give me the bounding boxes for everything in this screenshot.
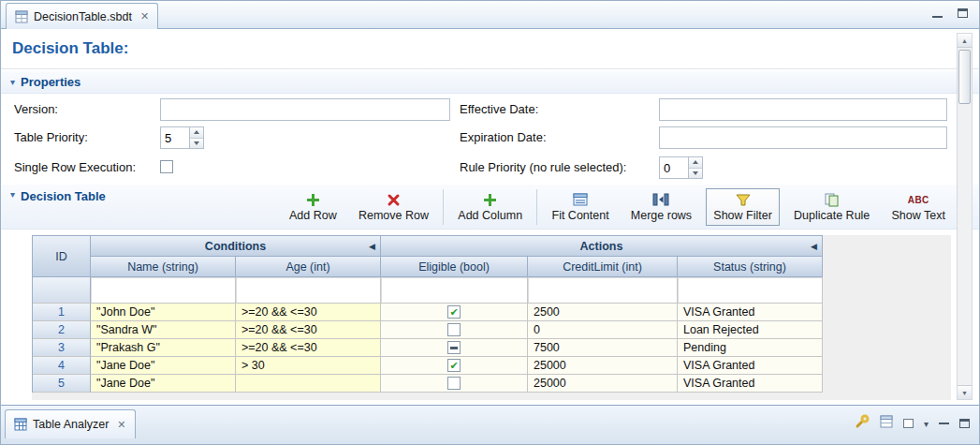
filter-name-input[interactable] xyxy=(91,277,236,304)
name-cell[interactable]: "Jane Doe" xyxy=(91,357,236,375)
eligible-checkbox[interactable] xyxy=(447,377,461,390)
filter-creditlimit-input[interactable] xyxy=(528,277,678,304)
table-row: 1 "John Doe" >=20 && <=30 2500 VISA Gran… xyxy=(33,304,823,321)
tab-table-analyzer[interactable]: Table Analyzer ✕ xyxy=(5,409,136,438)
conditions-group-header[interactable]: Conditions ◀ xyxy=(91,236,381,257)
effective-date-input[interactable] xyxy=(659,98,947,121)
row-id-cell[interactable]: 3 xyxy=(33,339,91,357)
creditlimit-cell[interactable]: 25000 xyxy=(528,375,678,393)
table-row: 4 "Jane Doe" > 30 25000 VISA Granted xyxy=(33,357,823,375)
status-cell[interactable]: Pending xyxy=(678,339,823,357)
column-header-age[interactable]: Age (int) xyxy=(236,257,381,277)
spin-up-button[interactable] xyxy=(190,127,203,138)
filter-row xyxy=(33,277,823,304)
creditlimit-cell[interactable]: 7500 xyxy=(528,339,678,357)
filter-status-input[interactable] xyxy=(678,277,823,304)
duplicate-rule-button[interactable]: Duplicate Rule xyxy=(786,188,877,226)
eligible-checkbox[interactable] xyxy=(447,359,461,372)
row-id-cell[interactable]: 5 xyxy=(33,375,91,393)
effective-date-label: Effective Date: xyxy=(460,98,538,121)
single-row-execution-checkbox[interactable] xyxy=(160,160,173,173)
editor-scrollbar[interactable]: ▲ ▼ xyxy=(957,33,973,400)
collapse-arrow-icon[interactable]: ▾ xyxy=(10,77,15,87)
name-cell[interactable]: "Jane Doe" xyxy=(91,375,236,393)
add-row-button[interactable]: Add Row xyxy=(282,188,344,226)
wrench-icon[interactable] xyxy=(855,414,870,433)
editor-tab-decisiontable[interactable]: DecisionTable.sbdt ✕ xyxy=(6,3,158,29)
filter-id-cell xyxy=(33,277,91,304)
table-priority-label: Table Priority: xyxy=(14,126,88,149)
toolbar-label: Show Text xyxy=(892,209,945,222)
row-id-cell[interactable]: 1 xyxy=(33,304,91,321)
add-column-button[interactable]: Add Column xyxy=(450,188,530,226)
creditlimit-cell[interactable]: 2500 xyxy=(528,304,678,321)
group-label: Conditions xyxy=(205,240,266,253)
column-header-eligible[interactable]: Eligible (bool) xyxy=(381,257,528,277)
collapse-left-icon[interactable]: ◀ xyxy=(369,242,375,251)
editor-body: Decision Table: ▾ Properties Version: Ef… xyxy=(1,29,979,407)
age-cell[interactable]: > 30 xyxy=(236,357,381,375)
spinner-buttons xyxy=(688,156,703,179)
show-filter-button[interactable]: Show Filter xyxy=(706,188,780,226)
age-cell[interactable]: >=20 && <=30 xyxy=(236,304,381,321)
name-cell[interactable]: "John Doe" xyxy=(91,304,236,321)
actions-group-header[interactable]: Actions ◀ xyxy=(381,236,823,257)
age-cell[interactable] xyxy=(236,375,381,393)
minimize-icon[interactable] xyxy=(932,16,943,18)
age-cell[interactable]: >=20 && <=30 xyxy=(236,339,381,357)
table-priority-stepper xyxy=(160,126,204,149)
merge-rows-button[interactable]: Merge rows xyxy=(623,188,699,226)
show-text-button[interactable]: ABC Show Text xyxy=(885,188,953,226)
name-cell[interactable]: "Sandra W" xyxy=(91,321,236,339)
creditlimit-cell[interactable]: 0 xyxy=(528,321,678,339)
spinner-buttons xyxy=(189,126,204,149)
export-table-icon[interactable] xyxy=(880,415,893,432)
rule-priority-input[interactable] xyxy=(659,156,688,179)
status-cell[interactable]: VISA Granted xyxy=(678,304,823,321)
add-icon xyxy=(306,192,320,207)
scrollbar-thumb[interactable] xyxy=(958,50,971,104)
collapse-arrow-icon[interactable]: ▾ xyxy=(10,189,15,200)
status-cell[interactable]: VISA Granted xyxy=(678,375,823,393)
name-cell[interactable]: "Prakash G" xyxy=(91,339,236,357)
collapse-left-icon[interactable]: ◀ xyxy=(811,242,817,251)
properties-section-header[interactable]: ▾ Properties xyxy=(1,71,979,94)
status-cell[interactable]: VISA Granted xyxy=(678,357,823,375)
expiration-date-input[interactable] xyxy=(659,126,947,149)
maximize-view-icon[interactable] xyxy=(959,419,970,428)
spin-down-icon xyxy=(194,141,199,145)
column-header-status[interactable]: Status (string) xyxy=(678,257,823,277)
age-cell[interactable]: >=20 && <=30 xyxy=(236,321,381,339)
scroll-up-button[interactable]: ▲ xyxy=(958,34,972,48)
fit-content-button[interactable]: Fit Content xyxy=(545,188,617,226)
row-id-cell[interactable]: 4 xyxy=(33,357,91,375)
spin-down-button[interactable] xyxy=(689,168,702,179)
decision-table-file-icon xyxy=(15,9,28,24)
column-header-creditlimit[interactable]: CreditLimit (int) xyxy=(528,257,678,277)
group-header-row: Conditions ◀ Actions ◀ xyxy=(91,236,823,257)
eligible-checkbox[interactable] xyxy=(447,323,461,336)
spin-down-button[interactable] xyxy=(190,138,203,149)
tab-close-icon[interactable]: ✕ xyxy=(140,10,149,22)
filter-eligible-input[interactable] xyxy=(381,277,528,304)
filter-age-input[interactable] xyxy=(236,277,381,304)
remove-row-button[interactable]: Remove Row xyxy=(351,188,436,226)
id-column-header[interactable]: ID xyxy=(33,236,91,277)
decision-table-toolbar: Add Row Remove Row Add Column Fit Conten… xyxy=(282,185,953,230)
tab-close-icon[interactable]: ✕ xyxy=(117,419,125,431)
eligible-checkbox[interactable] xyxy=(447,341,461,354)
toolbar-label: Add Row xyxy=(289,209,337,222)
maximize-icon[interactable] xyxy=(958,8,968,18)
creditlimit-cell[interactable]: 25000 xyxy=(528,357,678,375)
column-header-name[interactable]: Name (string) xyxy=(91,257,236,277)
layout-icon[interactable] xyxy=(903,419,914,428)
scroll-down-button[interactable]: ▼ xyxy=(958,385,972,399)
minimize-view-icon[interactable] xyxy=(939,423,949,424)
row-id-cell[interactable]: 2 xyxy=(33,321,91,339)
eligible-checkbox[interactable] xyxy=(447,305,461,319)
version-input[interactable] xyxy=(160,98,450,121)
spin-up-button[interactable] xyxy=(689,157,702,168)
view-menu-icon[interactable]: ▾ xyxy=(924,419,929,429)
status-cell[interactable]: Loan Rejected xyxy=(678,321,823,339)
table-priority-input[interactable] xyxy=(160,126,189,149)
